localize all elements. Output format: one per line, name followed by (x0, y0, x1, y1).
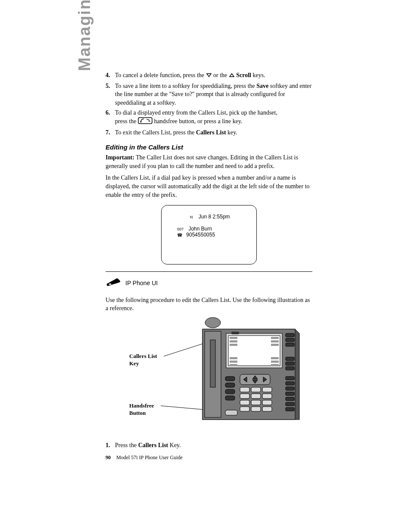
step-text: To dial a displayed entry from the Calle… (115, 109, 312, 126)
svg-rect-52 (262, 394, 272, 398)
step-number: 5. (106, 82, 115, 107)
svg-rect-57 (251, 407, 261, 411)
svg-rect-26 (286, 338, 294, 342)
save-label: Save (256, 83, 268, 89)
phone-icon: ☎ (177, 233, 182, 237)
screen-datetime: Jun 8 2:55pm (199, 214, 230, 220)
svg-rect-22 (271, 357, 279, 359)
svg-rect-32 (286, 382, 294, 385)
svg-rect-14 (230, 340, 237, 342)
svg-rect-38 (225, 376, 235, 381)
step-text: To cancel a delete function, press the o… (115, 71, 312, 80)
svg-rect-60 (231, 332, 239, 334)
svg-rect-29 (286, 362, 294, 365)
svg-rect-53 (240, 400, 249, 405)
screen-caller-number: 9054550055 (186, 232, 215, 238)
screen-caller-name: John Burn (188, 226, 212, 232)
callout-callers-list-key: Callers List Key (129, 353, 157, 367)
step-number: 4. (106, 71, 115, 80)
svg-rect-31 (286, 376, 294, 380)
svg-rect-21 (230, 364, 237, 366)
important-note: Important: The Caller List does not save… (106, 153, 312, 170)
svg-rect-24 (271, 364, 279, 366)
svg-marker-0 (207, 74, 211, 77)
svg-rect-48 (251, 387, 261, 392)
handsfree-icon (138, 117, 153, 127)
subheading-editing: Editing in the Callers List (106, 143, 312, 152)
page-footer: 90 Model 57i IP Phone User Guide (106, 454, 183, 461)
svg-rect-59 (225, 410, 237, 415)
svg-rect-50 (240, 394, 249, 398)
callout-handsfree-button: Handsfree Button (129, 402, 154, 417)
instruction-paragraph: Use the following procedure to edit the … (106, 296, 312, 313)
svg-rect-47 (240, 387, 249, 392)
svg-rect-55 (262, 400, 272, 405)
step-number: 7. (106, 128, 115, 137)
svg-rect-20 (230, 361, 237, 363)
svg-point-9 (205, 317, 221, 328)
step-number: 6. (106, 109, 115, 126)
up-triangle-icon (229, 72, 235, 80)
svg-marker-1 (230, 74, 234, 77)
important-label: Important: (106, 154, 134, 161)
section-title-text: Managing Calls (75, 0, 93, 71)
svg-point-3 (140, 121, 141, 122)
svg-rect-36 (286, 402, 294, 406)
screen-index: 007 (177, 227, 184, 231)
svg-rect-35 (286, 397, 294, 401)
svg-rect-49 (262, 387, 272, 392)
svg-rect-10 (210, 340, 215, 387)
svg-rect-34 (286, 392, 294, 395)
screen-n-indicator: N (190, 215, 193, 219)
svg-rect-51 (251, 394, 261, 398)
svg-rect-39 (225, 383, 235, 387)
step-text: Press the Callers List Key. (115, 441, 312, 450)
svg-point-4 (109, 283, 112, 285)
callers-list-label: Callers List (196, 129, 226, 136)
step-text: To save a line item to a softkey for spe… (115, 82, 312, 107)
down-triangle-icon (206, 72, 212, 80)
svg-rect-37 (286, 408, 294, 411)
step-5: 5. To save a line item to a softkey for … (106, 82, 312, 107)
svg-rect-33 (286, 387, 294, 390)
callers-list-label: Callers List (138, 442, 168, 448)
svg-rect-27 (286, 343, 294, 346)
svg-rect-2 (138, 118, 152, 124)
svg-rect-17 (271, 340, 279, 342)
step-text: To exit the Callers List, press the Call… (115, 128, 312, 137)
svg-rect-56 (240, 407, 249, 411)
section-title: Managing Calls (75, 0, 94, 71)
main-content: 4. To cancel a delete function, press th… (106, 71, 312, 451)
paragraph-prefix-info: In the Callers List, if a dial pad key i… (106, 174, 312, 199)
ip-phone-ui-row: IP Phone UI (106, 277, 312, 290)
phone-screen-illustration: N Jun 8 2:55pm 007 John Burn ☎ 905455005… (161, 205, 257, 264)
step-number: 1. (106, 441, 115, 450)
svg-rect-58 (262, 407, 272, 411)
page-number: 90 (106, 454, 111, 460)
svg-rect-18 (271, 344, 279, 346)
svg-rect-15 (230, 344, 237, 346)
svg-rect-41 (225, 396, 235, 400)
ip-phone-ui-label: IP Phone UI (125, 279, 158, 288)
step-4: 4. To cancel a delete function, press th… (106, 71, 312, 80)
svg-rect-54 (251, 400, 261, 405)
svg-rect-28 (286, 357, 294, 361)
step-6: 6. To dial a displayed entry from the Ca… (106, 109, 312, 126)
svg-rect-25 (286, 333, 294, 337)
step-7: 7. To exit the Callers List, press the C… (106, 128, 312, 137)
divider (106, 271, 312, 272)
svg-rect-16 (271, 337, 279, 339)
svg-rect-30 (286, 367, 294, 370)
step-1: 1. Press the Callers List Key. (106, 441, 312, 450)
phone-device-illustration: Callers List Key Handsfree Button (106, 316, 312, 428)
svg-rect-40 (225, 389, 235, 394)
svg-rect-13 (230, 337, 237, 339)
ip-phone-ui-icon (106, 277, 121, 290)
svg-rect-23 (271, 361, 279, 363)
svg-rect-19 (230, 357, 237, 359)
footer-title: Model 57i IP Phone User Guide (116, 454, 183, 460)
